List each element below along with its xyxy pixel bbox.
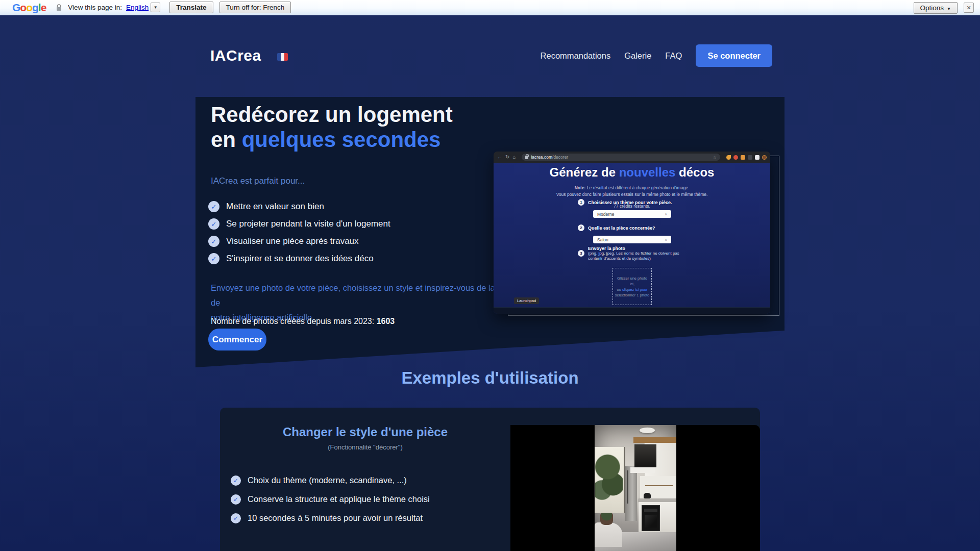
chevron-up-icon: ∧ xyxy=(665,212,667,216)
list-item: ✓ S'inspirer et se donner des idées déco xyxy=(208,250,390,267)
nav-item-recommandations[interactable]: Recommandations xyxy=(541,51,611,61)
chevron-up-icon: ∧ xyxy=(665,238,667,242)
screenshot-note-line1: Note: Le résultat est différent à chaque… xyxy=(494,185,770,190)
step-3-badge: 3 xyxy=(578,250,584,257)
nav-item-galerie[interactable]: Galerie xyxy=(624,51,651,61)
iacrea-page: IACrea Recommandations Galerie FAQ Se co… xyxy=(0,15,980,551)
dock-strip xyxy=(494,307,770,314)
room-dropdown: Salon ∧ xyxy=(593,236,671,243)
close-translate-bar-button[interactable]: ✕ xyxy=(964,3,974,13)
step-1-badge: 1 xyxy=(578,199,584,206)
launchpad-label: Launchpad xyxy=(514,297,539,304)
photo-upload-dropzone: Glisser une photo ici, ou cliquez ici po… xyxy=(612,268,652,305)
google-translate-bar: Google View this page in: English ▼ Tran… xyxy=(0,0,980,15)
card-checklist: ✓ Choix du thème (moderne, scandinave, .… xyxy=(231,471,430,528)
list-item: ✓ Conserve la structure et applique le t… xyxy=(231,490,430,509)
lock-icon xyxy=(56,4,62,11)
chevron-down-icon: ▼ xyxy=(154,5,158,10)
check-icon: ✓ xyxy=(208,201,219,212)
google-logo: Google xyxy=(12,2,46,14)
screenshot-note-line2: Vous pouvez donc faire plusieurs essais … xyxy=(494,192,770,197)
check-icon: ✓ xyxy=(231,513,241,523)
french-flag-icon xyxy=(277,53,288,61)
example-card: Changer le style d'une pièce (Fonctionna… xyxy=(220,408,760,551)
close-icon: ✕ xyxy=(966,5,971,11)
chevron-down-icon: ▼ xyxy=(947,7,951,11)
check-icon: ✓ xyxy=(208,236,219,247)
step-2: 2 Quelle est la pièce concernée? xyxy=(578,224,655,231)
list-item: ✓ Visualiser une pièce après travaux xyxy=(208,233,390,250)
address-bar: iacrea.com/decorer ☆ xyxy=(522,154,720,161)
app-screenshot: ← ↻ ⌂ iacrea.com/decorer ☆ xyxy=(494,152,770,314)
screenshot-page: Générez de nouvelles décos Note: Le résu… xyxy=(494,163,770,314)
main-nav: Recommandations Galerie FAQ Se connecter xyxy=(541,44,772,67)
start-button[interactable]: Commencer xyxy=(208,329,266,350)
list-item: ✓ Choix du thème (moderne, scandinave, .… xyxy=(231,471,430,490)
home-icon: ⌂ xyxy=(512,155,516,160)
extension-icons xyxy=(726,155,767,160)
step-3: 3 Envoyer la photo (png, jpg, jpeg. Les … xyxy=(578,246,679,261)
nav-item-faq[interactable]: FAQ xyxy=(665,51,682,61)
card-image-area xyxy=(510,425,760,551)
examples-section-title: Exemples d'utilisation xyxy=(0,368,980,388)
check-icon: ✓ xyxy=(208,218,219,230)
check-icon: ✓ xyxy=(208,253,219,264)
theme-dropdown: Moderne ∧ xyxy=(593,210,671,218)
login-button[interactable]: Se connecter xyxy=(696,44,772,67)
photo-counter-value: 1603 xyxy=(377,317,395,325)
hero-tagline: IACrea est parfait pour... xyxy=(211,176,305,186)
rss-extension-icon xyxy=(726,155,731,160)
page: Google View this page in: English ▼ Tran… xyxy=(0,0,980,551)
language-dropdown-button[interactable]: ▼ xyxy=(151,3,160,12)
kitchen-photo xyxy=(595,425,676,551)
profile-avatar-icon xyxy=(762,155,767,160)
view-page-label: View this page in: xyxy=(68,4,122,11)
options-button[interactable]: Options▼ xyxy=(914,2,958,14)
back-icon: ← xyxy=(497,155,502,160)
hero-checklist: ✓ Mettre en valeur son bien ✓ Se projete… xyxy=(208,198,390,267)
card-subtitle: (Fonctionnalité "décorer") xyxy=(220,443,510,451)
hero-title: Redécorez un logement en quelques second… xyxy=(211,102,453,152)
photo-counter: Nombre de photos créées depuis mars 2023… xyxy=(211,317,395,326)
translate-button[interactable]: Translate xyxy=(169,2,213,13)
language-link[interactable]: English xyxy=(126,4,149,11)
red-extension-icon xyxy=(733,155,738,160)
turn-off-translation-button[interactable]: Turn off for: French xyxy=(219,2,291,13)
screenshot-title: Générez de nouvelles décos xyxy=(494,165,770,180)
check-icon: ✓ xyxy=(231,475,241,486)
card-title: Changer le style d'une pièce xyxy=(220,425,510,439)
list-item: ✓ Se projeter pendant la visite d'un log… xyxy=(208,215,390,233)
browser-chrome: ← ↻ ⌂ iacrea.com/decorer ☆ xyxy=(494,152,770,163)
white-extension-icon xyxy=(755,155,760,160)
dark-extension-icon xyxy=(748,155,752,160)
step-1: 1 Choisissez un thème pour votre pièce. xyxy=(578,199,672,206)
orange-extension-icon xyxy=(741,155,745,160)
bookmark-star-icon: ☆ xyxy=(713,155,717,160)
refresh-icon: ↻ xyxy=(505,155,509,160)
site-logo[interactable]: IACrea xyxy=(210,47,261,64)
check-icon: ✓ xyxy=(231,494,241,505)
step-2-badge: 2 xyxy=(578,224,584,231)
list-item: ✓ 10 secondes à 5 minutes pour avoir un … xyxy=(231,509,430,528)
list-item: ✓ Mettre en valeur son bien xyxy=(208,198,390,215)
lock-icon xyxy=(525,156,528,159)
